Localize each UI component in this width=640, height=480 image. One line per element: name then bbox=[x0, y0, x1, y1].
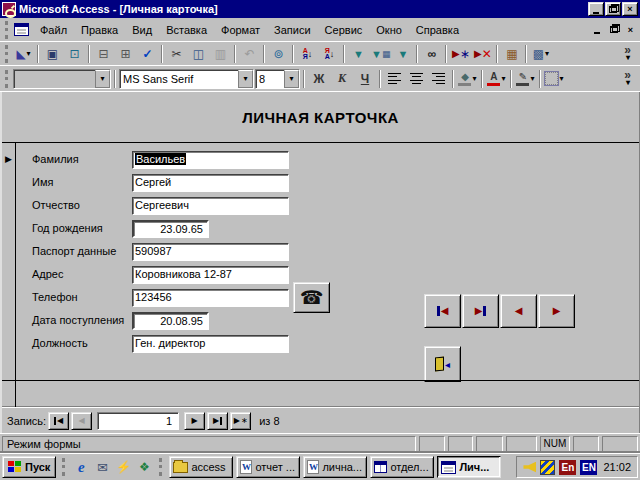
bold-button[interactable]: Ж bbox=[308, 69, 330, 89]
task-button-otdel[interactable]: отдел... bbox=[370, 456, 434, 478]
task-button-lich-active[interactable]: Лич... bbox=[437, 456, 501, 478]
app-quicklaunch-button[interactable]: ❖ bbox=[135, 458, 153, 476]
minimize-button[interactable] bbox=[588, 2, 604, 16]
taskbar-grip[interactable] bbox=[159, 458, 163, 476]
insert-hyperlink-button[interactable]: ⊚ bbox=[268, 44, 289, 64]
border-button[interactable]: ▾ bbox=[544, 69, 565, 89]
menu-item-records[interactable]: Записи bbox=[267, 21, 318, 39]
status-panel bbox=[602, 436, 638, 452]
apply-filter-button[interactable]: ▼ bbox=[392, 44, 413, 64]
firstname-field[interactable]: Сергей bbox=[132, 174, 289, 192]
view-button[interactable]: ◣▾ bbox=[13, 44, 34, 64]
print-button[interactable]: ⊟ bbox=[93, 44, 114, 64]
record-last-button[interactable]: ▶ bbox=[207, 412, 228, 430]
task-button-access[interactable]: access bbox=[169, 456, 233, 478]
database-window-button[interactable]: ▦ bbox=[501, 44, 522, 64]
font-color-button[interactable]: А▾ bbox=[486, 69, 507, 89]
print-preview-button[interactable]: ⊞ bbox=[115, 44, 136, 64]
passport-field[interactable]: 590987 bbox=[132, 243, 289, 261]
mdi-restore-button[interactable] bbox=[606, 23, 621, 36]
save-button[interactable]: ▣ bbox=[42, 44, 63, 64]
menu-item-file[interactable]: Файл bbox=[33, 21, 74, 39]
filter-by-form-button[interactable]: ▼▦ bbox=[370, 44, 391, 64]
previous-record-button[interactable]: ◀ bbox=[500, 294, 537, 328]
field-label: Имя bbox=[32, 174, 132, 188]
menu-item-window[interactable]: Окно bbox=[369, 21, 409, 39]
filter-by-selection-button[interactable]: ▼ bbox=[348, 44, 369, 64]
align-right-button[interactable] bbox=[428, 69, 449, 89]
cut-button[interactable]: ✂ bbox=[166, 44, 187, 64]
record-selector-bar[interactable]: ▶ bbox=[2, 143, 16, 407]
delete-record-button[interactable]: ▶✕ bbox=[472, 44, 493, 64]
position-field[interactable]: Ген. директор bbox=[132, 335, 289, 353]
font-name-dropdown-icon[interactable]: ▾ bbox=[238, 70, 253, 88]
taskbar-grip[interactable] bbox=[62, 458, 66, 476]
winamp-icon: ⚡ bbox=[116, 460, 131, 474]
record-prev-button[interactable]: ◀ bbox=[71, 412, 92, 430]
first-record-button[interactable]: ◀ bbox=[424, 294, 461, 328]
phone-field[interactable]: 123456 bbox=[132, 289, 289, 307]
mdi-minimize-button[interactable] bbox=[589, 23, 604, 36]
mail-quicklaunch-button[interactable]: ✉ bbox=[93, 458, 111, 476]
find-button[interactable]: ∞ bbox=[421, 44, 442, 64]
keyboard-flag-icon[interactable] bbox=[540, 460, 555, 475]
font-size-combo[interactable]: 8▾ bbox=[255, 69, 300, 89]
exit-form-button[interactable]: ◂ bbox=[424, 346, 461, 382]
underline-button[interactable]: Ч bbox=[354, 69, 376, 89]
speaker-icon[interactable] bbox=[523, 462, 536, 473]
hiredate-field[interactable]: 20.08.95 bbox=[132, 312, 209, 330]
task-button-lichnaya[interactable]: Wлична... bbox=[303, 456, 367, 478]
minimize-icon bbox=[593, 12, 599, 14]
fill-color-button[interactable]: ◆▾ bbox=[457, 69, 478, 89]
new-record-button[interactable]: ▶∗ bbox=[450, 44, 471, 64]
line-color-button[interactable]: ✎▾ bbox=[515, 69, 536, 89]
language-indicator-en-red[interactable]: En bbox=[559, 460, 576, 475]
start-button[interactable]: Пуск bbox=[2, 456, 56, 478]
menu-item-edit[interactable]: Правка bbox=[74, 21, 125, 39]
language-indicator-en-blue[interactable]: EN bbox=[580, 460, 597, 475]
paste-button[interactable]: ▥ bbox=[210, 44, 231, 64]
task-button-report[interactable]: Wотчет ... bbox=[236, 456, 300, 478]
winamp-quicklaunch-button[interactable]: ⚡ bbox=[114, 458, 132, 476]
next-record-button[interactable]: ▶ bbox=[538, 294, 575, 328]
dial-phone-button[interactable]: ☎ bbox=[293, 282, 330, 313]
undo-button[interactable]: ↶ bbox=[239, 44, 260, 64]
formatting-toolbar-grip[interactable] bbox=[5, 70, 9, 88]
form-system-icon[interactable] bbox=[14, 23, 29, 36]
menu-item-format[interactable]: Формат bbox=[214, 21, 267, 39]
address-field[interactable]: Коровникова 12-87 bbox=[132, 266, 289, 284]
menu-item-view[interactable]: Вид bbox=[125, 21, 159, 39]
record-first-button[interactable]: ◀ bbox=[48, 412, 69, 430]
object-select-dropdown-icon[interactable]: ▾ bbox=[95, 70, 110, 88]
align-center-button[interactable] bbox=[406, 69, 427, 89]
menu-item-insert[interactable]: Вставка bbox=[159, 21, 214, 39]
italic-button[interactable]: К bbox=[331, 69, 353, 89]
restore-button[interactable] bbox=[605, 2, 621, 16]
record-next-button[interactable]: ▶ bbox=[184, 412, 205, 430]
formatting-overflow-button[interactable]: »▾ bbox=[617, 69, 638, 89]
surname-field[interactable]: Васильев bbox=[132, 151, 289, 169]
record-new-button[interactable]: ▶∗ bbox=[230, 412, 251, 430]
record-number-input[interactable] bbox=[97, 412, 179, 430]
birthdate-field[interactable]: 23.09.65 bbox=[132, 220, 209, 238]
standard-overflow-button[interactable]: »▾ bbox=[617, 44, 638, 64]
object-select-combo[interactable]: ▾ bbox=[13, 69, 111, 89]
copy-button[interactable]: ◫ bbox=[188, 44, 209, 64]
new-object-button[interactable]: ▩▾ bbox=[530, 44, 551, 64]
menu-item-tools[interactable]: Сервис bbox=[318, 21, 370, 39]
menubar-grip[interactable] bbox=[5, 21, 9, 39]
mdi-close-button[interactable]: × bbox=[623, 23, 638, 36]
spelling-button[interactable]: ✓ bbox=[137, 44, 158, 64]
sort-descending-button[interactable]: ЯА↓ bbox=[319, 44, 340, 64]
align-left-button[interactable] bbox=[384, 69, 405, 89]
sort-ascending-button[interactable]: АЯ↓ bbox=[297, 44, 318, 64]
ie-quicklaunch-button[interactable]: e bbox=[72, 458, 90, 476]
last-record-button[interactable]: ▶ bbox=[462, 294, 499, 328]
font-size-dropdown-icon[interactable]: ▾ bbox=[284, 70, 299, 88]
standard-toolbar-grip[interactable] bbox=[5, 45, 9, 63]
font-name-combo[interactable]: MS Sans Serif▾ bbox=[119, 69, 254, 89]
patronymic-field[interactable]: Сергеевич bbox=[132, 197, 289, 215]
close-button[interactable]: × bbox=[622, 2, 638, 16]
file-search-button[interactable]: ⊡ bbox=[64, 44, 85, 64]
menu-item-help[interactable]: Справка bbox=[409, 21, 466, 39]
